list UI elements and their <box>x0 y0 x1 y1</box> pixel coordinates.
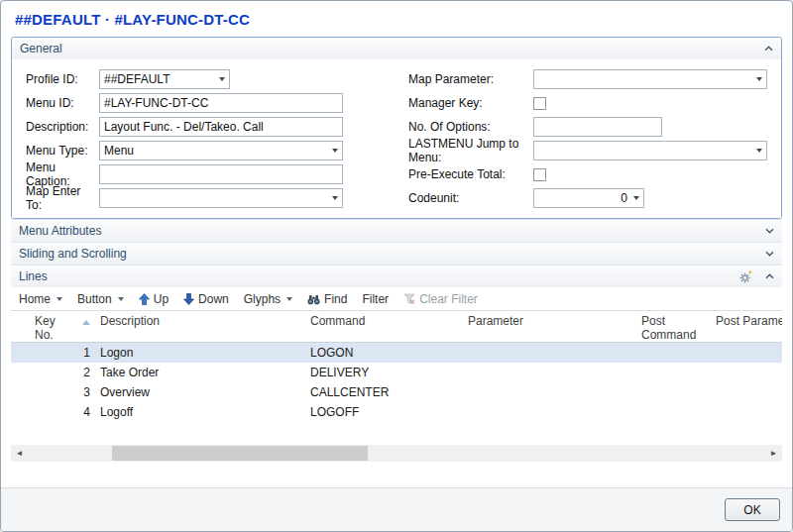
description-input[interactable] <box>99 117 343 137</box>
menu-caption-input[interactable] <box>99 164 343 184</box>
home-menu-button[interactable]: Home <box>19 292 62 306</box>
move-up-button[interactable]: Up <box>139 292 169 306</box>
map-parameter-label: Map Parameter: <box>396 72 533 86</box>
customize-gear-icon[interactable] <box>738 269 753 284</box>
section-sliding-scrolling: Sliding and Scrolling <box>11 242 782 265</box>
lastmenu-jump-combo[interactable] <box>533 141 767 160</box>
glyphs-menu-button[interactable]: Glyphs <box>244 292 292 306</box>
scroll-right-button[interactable]: ► <box>765 445 782 462</box>
table-row[interactable]: 4 Logoff LOGOFF <box>11 402 782 422</box>
chevron-up-icon <box>764 46 773 52</box>
menu-type-combo[interactable] <box>99 141 343 160</box>
ok-button[interactable]: OK <box>725 498 780 521</box>
menu-id-label: Menu ID: <box>14 96 99 110</box>
cell-key-no: 4 <box>25 402 98 422</box>
map-enter-to-combo[interactable] <box>99 188 343 208</box>
pre-execute-total-checkbox[interactable] <box>533 168 546 181</box>
lines-toolbar: Home Button Up Down <box>11 287 782 311</box>
section-general: General Profile ID: Menu <box>11 37 782 219</box>
pre-execute-total-label: Pre-Execute Total: <box>396 167 533 181</box>
page-title: ##DEFAULT · #LAY-FUNC-DT-CC <box>15 11 250 28</box>
menu-type-input[interactable] <box>99 141 343 160</box>
column-header-command[interactable]: Command <box>308 314 466 328</box>
dropdown-caret-icon <box>286 297 292 301</box>
section-menu-attributes-header[interactable]: Menu Attributes <box>11 220 782 242</box>
section-sliding-scrolling-header[interactable]: Sliding and Scrolling <box>11 243 782 265</box>
window: ##DEFAULT · #LAY-FUNC-DT-CC General Prof… <box>0 0 793 532</box>
column-header-key-no[interactable]: Key No. <box>25 314 98 342</box>
no-of-options-input[interactable] <box>533 117 662 137</box>
map-enter-to-input[interactable] <box>99 188 343 208</box>
scrollbar-thumb[interactable] <box>112 446 368 461</box>
section-general-header[interactable]: General <box>12 38 781 59</box>
cell-command: LOGON <box>308 343 466 363</box>
manager-key-label: Manager Key: <box>396 96 533 110</box>
footer-bar: OK <box>1 487 792 531</box>
map-parameter-combo[interactable] <box>533 69 767 89</box>
section-menu-attributes-title: Menu Attributes <box>19 224 101 238</box>
cell-description: Take Order <box>98 363 308 382</box>
manager-key-checkbox[interactable] <box>533 97 546 110</box>
column-header-post-command[interactable]: Post Command <box>639 314 714 342</box>
column-header-parameter[interactable]: Parameter <box>466 314 639 328</box>
menu-type-label: Menu Type: <box>14 144 99 158</box>
clear-filter-button[interactable]: Clear Filter <box>403 292 478 306</box>
cell-key-no: 1 <box>25 343 98 363</box>
cell-post-command <box>639 363 714 382</box>
cell-description: Overview <box>98 382 308 402</box>
lines-grid: Key No. Description Command Parameter Po… <box>11 311 782 462</box>
grid-empty-area <box>11 422 782 445</box>
cell-key-no: 3 <box>25 382 98 402</box>
cell-command: LOGOFF <box>308 402 466 422</box>
column-header-post-parameter[interactable]: Post Paramete <box>714 314 782 328</box>
dropdown-caret-icon <box>57 297 62 301</box>
map-parameter-input[interactable] <box>533 69 767 89</box>
sort-ascending-icon <box>82 320 90 325</box>
cell-post-parameter <box>714 382 782 402</box>
cell-parameter <box>466 343 639 363</box>
filter-button[interactable]: Filter <box>362 292 389 306</box>
codeunit-combo[interactable] <box>533 188 644 208</box>
cell-post-command <box>639 343 714 363</box>
down-arrow-icon <box>183 293 194 305</box>
description-label: Description: <box>14 120 99 134</box>
profile-id-label: Profile ID: <box>14 72 99 86</box>
dropdown-caret-icon <box>118 297 124 301</box>
cell-command: DELIVERY <box>308 363 466 382</box>
profile-id-combo[interactable] <box>99 69 230 89</box>
section-menu-attributes: Menu Attributes <box>11 219 782 242</box>
horizontal-scrollbar[interactable]: ◄ ► <box>11 445 782 462</box>
section-lines-title: Lines <box>19 269 48 283</box>
scroll-left-button[interactable]: ◄ <box>11 445 28 462</box>
codeunit-label: Codeunit: <box>396 191 533 205</box>
move-down-button[interactable]: Down <box>183 292 229 306</box>
table-row[interactable]: 1 Logon LOGON <box>11 343 782 363</box>
cell-description: Logon <box>98 343 308 363</box>
section-lines-header[interactable]: Lines <box>11 266 782 287</box>
table-row[interactable]: 3 Overview CALLCENTER <box>11 382 782 402</box>
cell-command: CALLCENTER <box>308 382 466 402</box>
section-general-title: General <box>20 42 62 55</box>
codeunit-input[interactable] <box>533 188 644 208</box>
cell-post-command <box>639 382 714 402</box>
section-lines: Lines <box>11 265 782 462</box>
cell-post-parameter <box>714 363 782 382</box>
scrollbar-track[interactable] <box>28 445 765 462</box>
grid-header-row: Key No. Description Command Parameter Po… <box>11 311 782 343</box>
clear-filter-icon <box>403 293 415 305</box>
no-of-options-label: No. Of Options: <box>396 120 533 134</box>
find-button[interactable]: Find <box>307 292 347 306</box>
lastmenu-jump-input[interactable] <box>533 141 767 160</box>
general-body: Profile ID: Menu ID: Description: <box>12 59 781 218</box>
cell-key-no: 2 <box>25 363 98 382</box>
chevron-up-icon <box>765 273 774 279</box>
menu-id-input[interactable] <box>99 93 343 113</box>
profile-id-input[interactable] <box>99 69 230 89</box>
column-header-description[interactable]: Description <box>98 314 308 328</box>
cell-post-parameter <box>714 343 782 363</box>
table-row[interactable]: 2 Take Order DELIVERY <box>11 363 782 382</box>
title-bar: ##DEFAULT · #LAY-FUNC-DT-CC <box>1 1 792 37</box>
binoculars-icon <box>307 293 320 305</box>
up-arrow-icon <box>139 293 150 305</box>
button-menu-button[interactable]: Button <box>77 292 124 306</box>
